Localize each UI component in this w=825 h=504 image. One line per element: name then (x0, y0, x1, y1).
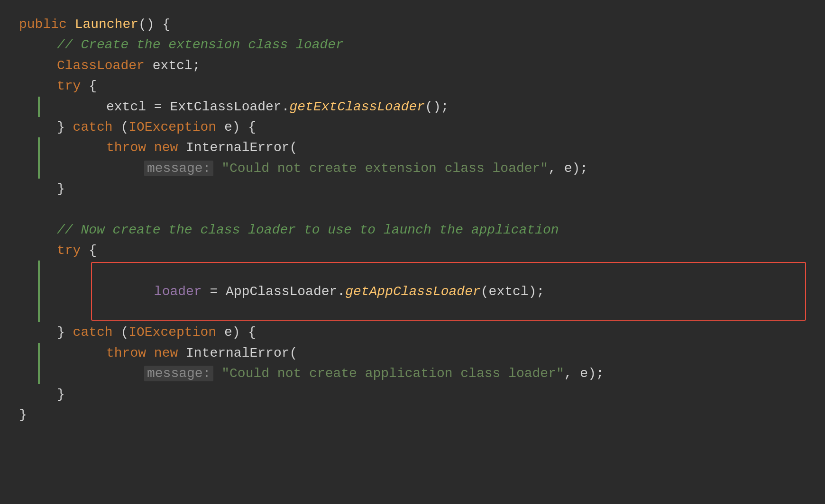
method-name: Launcher (75, 14, 138, 35)
keyword-try-2: try (57, 240, 89, 261)
exception-type-2: IOException (128, 322, 224, 342)
keyword-new-2: new (154, 346, 186, 360)
code-line-16: } (19, 384, 806, 405)
equals: = (202, 284, 226, 299)
var-extcl: extcl; (153, 55, 201, 76)
left-bar-2 (38, 137, 40, 158)
exception-var-2: e) { (224, 322, 256, 342)
keyword-public: public (19, 14, 75, 35)
class-internalerror-2: InternalError( (186, 346, 297, 360)
empty-line-1 (19, 199, 806, 220)
comma-e-2: , e); (564, 366, 604, 381)
param-extcl: extcl (489, 284, 529, 299)
paren-close-2: ); (529, 284, 545, 299)
code-line-6: } catch (IOException e) { (19, 117, 806, 137)
code-line-3: ClassLoader extcl; (19, 55, 806, 76)
keyword-new: new (154, 140, 186, 155)
left-bar-1 (38, 97, 40, 117)
code-line-10: // Now create the class loader to use to… (19, 220, 806, 240)
code-line-4: try { (19, 76, 806, 96)
space-1 (213, 161, 221, 176)
string-could-not-create-app: "Could not create application class load… (221, 366, 564, 381)
method-getextclassloader: getExtClassLoader (289, 99, 425, 114)
class-internalerror: InternalError( (186, 140, 297, 155)
exception-type: IOException (128, 117, 224, 137)
comma-e-1: , e); (548, 161, 588, 176)
parens: () { (138, 14, 170, 35)
call-parens-1: (); (425, 99, 449, 114)
keyword-catch-2: catch (73, 322, 121, 342)
class-extclassloader: ExtClassLoader. (170, 99, 289, 114)
brace-open-1: { (89, 76, 97, 96)
brace-close-2: } (57, 179, 65, 199)
brace-open-2: { (89, 240, 97, 261)
keyword-throw: throw (106, 140, 154, 155)
left-bar-4 (38, 261, 40, 322)
keyword-catch: catch (73, 117, 121, 137)
left-bar-3 (38, 158, 40, 179)
string-could-not-create-ext: "Could not create extension class loader… (221, 161, 548, 176)
code-line-15: message: "Could not create application c… (19, 363, 806, 384)
code-line-8: message: "Could not create extension cla… (19, 158, 806, 179)
code-line-11: try { (19, 240, 806, 261)
brace-close-4: } (57, 384, 65, 405)
code-line-1: public Launcher() { (19, 14, 806, 35)
keyword-try: try (57, 76, 89, 96)
left-bar-5 (38, 343, 40, 363)
var-extcl-assign: extcl = (106, 99, 170, 114)
code-editor: public Launcher() { // Create the extens… (0, 0, 825, 504)
code-line-9: } (19, 179, 806, 199)
var-loader: loader (154, 284, 202, 299)
code-line-2: // Create the extension class loader (19, 35, 806, 55)
code-line-5: extcl = ExtClassLoader.getExtClassLoader… (19, 97, 806, 117)
keyword-throw-2: throw (106, 346, 154, 360)
brace-close-5: } (19, 405, 27, 425)
catch-paren-open-2: ( (120, 322, 128, 342)
exception-var: e) { (224, 117, 256, 137)
code-line-17: } (19, 405, 806, 425)
code-line-7: throw new InternalError( (19, 137, 806, 158)
method-getappclassloader: getAppClassLoader (345, 284, 481, 299)
brace-close-3: } (57, 322, 73, 342)
code-line-12-highlighted: loader = AppClassLoader.getAppClassLoade… (19, 261, 806, 322)
catch-paren-open: ( (120, 117, 128, 137)
brace-close-1: } (57, 117, 73, 137)
comment-1: // Create the extension class loader (57, 35, 344, 55)
paren-open-2: ( (481, 284, 489, 299)
comment-2: // Now create the class loader to use to… (57, 220, 559, 240)
class-appclassloader: AppClassLoader. (226, 284, 345, 299)
param-label-message-2: message: (147, 366, 211, 381)
left-bar-6 (38, 363, 40, 384)
code-line-13: } catch (IOException e) { (19, 322, 806, 342)
space-2 (213, 366, 221, 381)
type-classloader: ClassLoader (57, 55, 153, 76)
param-label-message: message: (147, 161, 211, 176)
code-line-14: throw new InternalError( (19, 343, 806, 363)
